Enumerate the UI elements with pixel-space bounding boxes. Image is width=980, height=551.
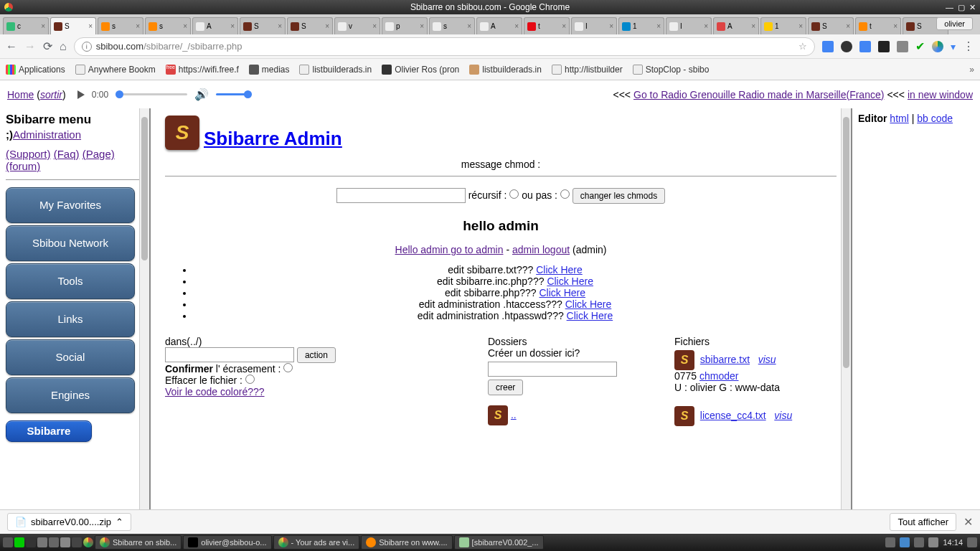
bookmark-item[interactable]: Anywhere Bookm [75, 65, 156, 75]
bookmark-item[interactable]: freehttps://wifi.free.f [166, 65, 239, 75]
tab[interactable]: s× [98, 17, 143, 34]
tb-icon[interactable] [49, 537, 59, 547]
tab[interactable]: S× [240, 17, 286, 34]
recursif-radio[interactable] [509, 189, 519, 199]
file-link[interactable]: sbibarre.txt [700, 354, 750, 365]
ext-icon[interactable] [822, 41, 834, 52]
profile-button[interactable]: olivier [936, 17, 973, 30]
tab[interactable]: t× [524, 17, 570, 34]
tray-icon[interactable] [967, 537, 977, 547]
tb-icon[interactable] [26, 537, 36, 547]
chrome-icon[interactable] [83, 537, 93, 547]
bbcode-link[interactable]: bb code [917, 113, 953, 124]
logout-link[interactable]: admin logout [512, 244, 570, 255]
sbibarre-button[interactable]: Sbibarre [6, 420, 92, 442]
main-scrollbar[interactable] [841, 108, 851, 512]
edit-link[interactable]: Click Here [567, 310, 613, 321]
delete-radio[interactable] [245, 375, 255, 384]
bookmark-star-icon[interactable]: ☆ [798, 41, 807, 52]
ext-icon[interactable] [897, 41, 908, 52]
audio-player[interactable]: 0:00 🔊 [72, 85, 258, 104]
tb-icon[interactable] [60, 537, 70, 547]
home-icon[interactable]: ⌂ [60, 40, 67, 53]
download-item[interactable]: 📄 sbibarreV0.00....zip ⌃ [7, 513, 131, 531]
visu-link[interactable]: visu [774, 410, 792, 421]
show-all-downloads[interactable]: Tout afficher [890, 513, 956, 531]
tab[interactable]: s× [429, 17, 475, 34]
seek-slider[interactable] [116, 93, 187, 95]
tab[interactable]: v× [334, 17, 380, 34]
ext-icon[interactable] [932, 41, 943, 52]
menu-favorites[interactable]: My Favorites [6, 187, 135, 223]
support-link[interactable]: (Support) [6, 148, 51, 160]
tray-icon[interactable] [914, 537, 924, 547]
page-link[interactable]: (Page) [83, 148, 115, 160]
tb-icon[interactable] [14, 537, 24, 547]
address-bar[interactable]: i sbibou.com/sbibarre/_/sbibarre.php ☆ [74, 37, 815, 56]
taskbar-item[interactable]: [sbibarreV0.002_... [454, 535, 544, 550]
menu-links[interactable]: Links [6, 301, 135, 337]
close-icon[interactable]: ✕ [969, 3, 976, 12]
tab[interactable]: A× [192, 17, 238, 34]
forum-link[interactable]: (forum) [6, 160, 40, 172]
tab[interactable]: I× [571, 17, 617, 34]
creer-button[interactable]: creer [488, 380, 523, 395]
menu-icon[interactable]: ⋮ [963, 39, 974, 53]
menu-social[interactable]: Social [6, 339, 135, 375]
action-button[interactable]: action [297, 347, 336, 363]
tab[interactable]: I× [666, 17, 712, 34]
bookmark-item[interactable]: listbuilderads.in [299, 65, 372, 75]
chmoder-link[interactable]: chmoder [699, 370, 738, 382]
tab[interactable]: c× [3, 17, 49, 34]
admin-link[interactable]: Administration [13, 128, 81, 141]
faq-link[interactable]: (Faq) [54, 148, 80, 160]
taskbar-item[interactable]: olivier@sbibou-o... [183, 535, 271, 550]
close-downloads-icon[interactable]: ✕ [963, 515, 973, 529]
tab[interactable]: S× [287, 17, 333, 34]
clock[interactable]: 14:14 [943, 538, 963, 547]
bookmark-item[interactable]: listbuilderads.in [469, 65, 542, 75]
html-link[interactable]: html [890, 113, 908, 124]
edit-link[interactable]: Click Here [565, 298, 612, 310]
menu-network[interactable]: Sbibou Network [6, 225, 135, 261]
tab[interactable]: t× [855, 17, 901, 34]
ext-icon[interactable] [859, 41, 871, 52]
folder-input[interactable] [488, 362, 617, 377]
edit-link[interactable]: Click Here [539, 287, 585, 298]
chmod-button[interactable]: changer les chmods [573, 188, 665, 204]
goto-admin-link[interactable]: Hello admin go to admin [395, 244, 504, 255]
parent-dir-link[interactable]: .. [511, 409, 517, 420]
radio-link[interactable]: Go to Radio Grenouille Radio made in Mar… [633, 89, 884, 100]
edit-link[interactable]: Click Here [547, 276, 593, 287]
chevron-up-icon[interactable]: ⌃ [116, 517, 123, 527]
ext-icon[interactable]: ▾ [951, 41, 956, 52]
minimize-icon[interactable]: — [946, 3, 953, 12]
tab[interactable]: 1× [618, 17, 664, 34]
tab[interactable]: A× [713, 17, 759, 34]
visu-link[interactable]: visu [758, 354, 776, 365]
dans-input[interactable] [165, 347, 294, 362]
bookmark-overflow-icon[interactable]: » [969, 65, 974, 75]
taskbar-item[interactable]: Sbibarre on www.... [361, 535, 452, 550]
maximize-icon[interactable]: ▢ [958, 3, 965, 12]
ext-icon[interactable] [878, 41, 890, 52]
bookmark-item[interactable]: Olivier Ros (pron [382, 65, 459, 75]
bookmark-item[interactable]: http://listbuilder [552, 65, 623, 75]
forward-icon[interactable]: → [24, 40, 36, 53]
taskbar-item[interactable]: - Your ads are vi... [273, 535, 360, 550]
voir-code-link[interactable]: Voir le code coloré??? [165, 386, 265, 397]
tab-active[interactable]: S× [50, 17, 96, 34]
edit-link[interactable]: Click Here [536, 264, 583, 276]
page-title[interactable]: Sbibarre Admin [204, 128, 342, 149]
tray-icon[interactable] [900, 537, 910, 547]
play-icon[interactable] [77, 90, 85, 99]
apps-button[interactable]: Applications [6, 65, 65, 75]
menu-tools[interactable]: Tools [6, 263, 135, 299]
volume-slider[interactable] [216, 93, 252, 95]
sidebar-scrollbar[interactable] [139, 108, 149, 512]
start-icon[interactable] [3, 537, 13, 547]
oupas-radio[interactable] [560, 189, 570, 199]
tray-icon[interactable] [885, 537, 895, 547]
bookmark-item[interactable]: medias [249, 65, 290, 75]
site-info-icon[interactable]: i [82, 42, 92, 52]
